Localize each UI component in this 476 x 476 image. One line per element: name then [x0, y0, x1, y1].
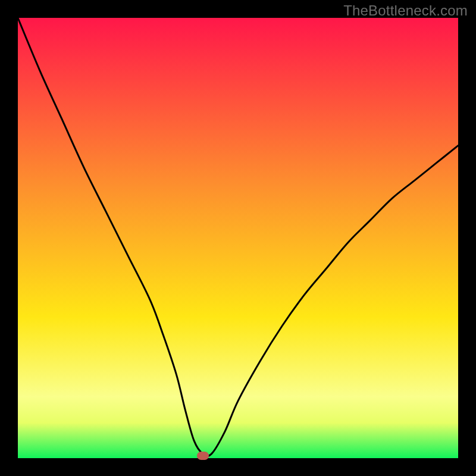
chart-frame: TheBottleneck.com — [0, 0, 476, 476]
chart-svg — [18, 18, 458, 458]
watermark-text: TheBottleneck.com — [343, 2, 468, 19]
optimum-marker — [197, 452, 209, 460]
plot-area — [18, 18, 458, 458]
gradient-background — [18, 18, 458, 458]
